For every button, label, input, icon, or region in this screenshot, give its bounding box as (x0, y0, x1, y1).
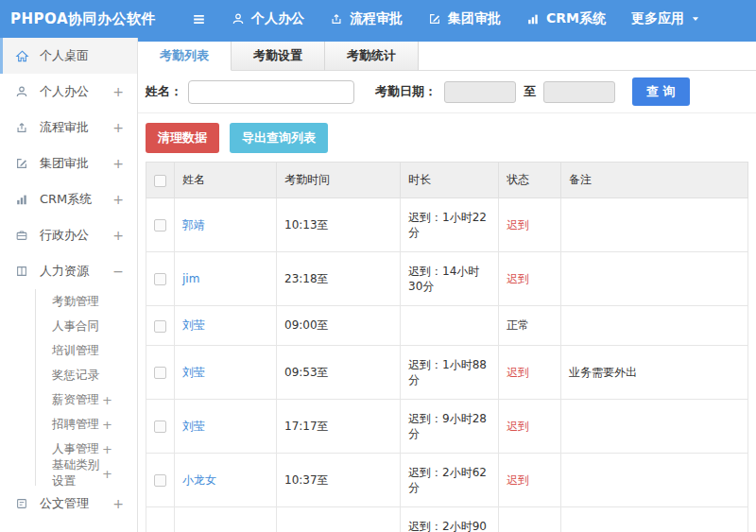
expand-toggle-icon[interactable]: − (112, 264, 124, 279)
sidebar-subitem-recruitment-management[interactable]: 招聘管理+ (36, 412, 137, 437)
expand-toggle-icon[interactable]: + (102, 418, 112, 432)
date-to-label: 至 (524, 83, 536, 100)
duration-cell: 迟到：9小时28分 (401, 400, 499, 454)
sidebar-item-admin-office[interactable]: 行政办公+ (0, 217, 137, 253)
nav-item-label: CRM系统 (546, 10, 606, 27)
row-checkbox[interactable] (154, 474, 166, 487)
edit-icon (428, 12, 441, 26)
expand-toggle-icon[interactable]: + (102, 393, 112, 407)
edit-icon (15, 157, 30, 170)
book-icon (15, 265, 30, 278)
row-checkbox[interactable] (154, 273, 166, 285)
time-cell: 10:54至10:54 (277, 507, 401, 532)
sidebar-subitem-hr-contract[interactable]: 人事合同 (36, 314, 137, 338)
note-cell (561, 454, 748, 507)
date-start-input[interactable] (444, 81, 516, 103)
sidebar-subitem-basic-category-settings[interactable]: 基础类别设置+ (36, 461, 137, 486)
main-content: 考勤列表考勤设置考勤统计 姓名： 考勤日期： 至 查 询 清理数据 导出查询列表 (138, 38, 756, 532)
tab-attendance-stats[interactable]: 考勤统计 (325, 42, 419, 71)
employee-name-link[interactable]: jim (182, 272, 199, 285)
name-label: 姓名： (146, 83, 182, 100)
name-cell: 小龙女 (175, 454, 277, 507)
expand-toggle-icon[interactable]: + (102, 442, 112, 456)
tab-label: 考勤设置 (253, 48, 302, 62)
sidebar-item-label: CRM系统 (40, 191, 92, 208)
expand-toggle-icon[interactable]: + (112, 84, 124, 99)
expand-toggle-icon[interactable]: + (112, 228, 124, 243)
row-checkbox[interactable] (154, 320, 166, 333)
duration-line: 迟到：14小时30分 (408, 264, 490, 294)
sidebar-subitem-training-management[interactable]: 培训管理 (36, 338, 137, 363)
sidebar-submenu: 考勤管理人事合同培训管理奖惩记录薪资管理+招聘管理+人事管理+基础类别设置+ (35, 289, 137, 486)
row-checkbox[interactable] (154, 367, 166, 379)
sidebar-item-personal-office[interactable]: 个人办公+ (0, 74, 137, 110)
duration-cell (401, 306, 499, 346)
sidebar-subitem-salary-management[interactable]: 薪资管理+ (36, 387, 137, 412)
table-row: 刘莹09:53至迟到：1小时88分迟到业务需要外出 (146, 346, 748, 400)
sidebar-item-crm-system[interactable]: CRM系统+ (0, 181, 137, 217)
sidebar-subitem-attendance-management[interactable]: 考勤管理 (36, 289, 137, 314)
query-button[interactable]: 查 询 (632, 77, 690, 106)
row-checkbox[interactable] (154, 219, 166, 232)
nav-item-more-apps[interactable]: 更多应用 (631, 10, 700, 27)
nav-item-group-approval[interactable]: 集团审批 (428, 10, 501, 27)
duration-line: 迟到：2小时90分 (408, 519, 490, 532)
checkbox-cell (146, 507, 175, 532)
date-end-input[interactable] (543, 81, 615, 103)
sidebar-item-human-resources[interactable]: 人力资源− (0, 253, 137, 289)
note-text: 业务需要外出 (569, 366, 637, 379)
attendance-time: 09:53至 (284, 366, 329, 379)
attendance-time: 23:18至 (284, 272, 329, 285)
sidebar-item-group-approval[interactable]: 集团审批+ (0, 146, 137, 181)
employee-name-link[interactable]: 郭靖 (182, 218, 205, 232)
note-cell: 1111 (561, 507, 748, 532)
note-cell (561, 306, 748, 346)
sidebar-item-vehicle-management[interactable]: 用车管理+ (0, 522, 137, 532)
row-checkbox[interactable] (154, 420, 166, 433)
select-all-checkbox[interactable] (154, 175, 166, 187)
clear-data-button[interactable]: 清理数据 (146, 123, 219, 153)
name-cell: 郭靖 (175, 198, 277, 252)
sidebar-item-workflow-approval[interactable]: 流程审批+ (0, 110, 137, 146)
nav-item-workflow-approval[interactable]: 流程审批 (330, 10, 403, 27)
status-cell: 迟到 (499, 400, 561, 454)
nav-item-crm-system[interactable]: CRM系统 (526, 10, 606, 27)
status-cell: 迟到 (499, 252, 561, 306)
table-row: 小龙女10:37至迟到：2小时62分迟到 (146, 454, 748, 507)
time-cell: 17:17至 (277, 400, 401, 454)
employee-name-link[interactable]: 刘莹 (182, 420, 205, 433)
name-cell: 刘莹 (175, 306, 277, 346)
expand-toggle-icon[interactable]: + (112, 120, 124, 135)
sidebar-item-document-management[interactable]: 公文管理+ (0, 486, 137, 522)
tab-attendance-list[interactable]: 考勤列表 (138, 42, 232, 71)
checkbox-cell (146, 454, 175, 507)
user-icon (232, 12, 245, 26)
sidebar-item-personal-desktop[interactable]: 个人桌面 (0, 38, 137, 74)
employee-name-link[interactable]: 刘莹 (182, 318, 205, 332)
column-header-time: 考勤时间 (277, 163, 401, 198)
expand-toggle-icon[interactable]: + (112, 192, 124, 207)
sidebar-subitem-reward-punishment-records[interactable]: 奖惩记录 (36, 363, 137, 387)
nav-item-personal-office[interactable]: 个人办公 (232, 10, 304, 27)
employee-name-link[interactable]: 刘莹 (182, 366, 205, 379)
note-cell: 业务需要外出 (561, 346, 748, 400)
sidebar-subitem-label: 考勤管理 (52, 294, 99, 310)
expand-toggle-icon[interactable]: + (112, 496, 124, 511)
employee-name-link[interactable]: 小龙女 (182, 473, 216, 487)
sidebar-item-label: 个人办公 (40, 83, 89, 100)
nav-item-label: 流程审批 (350, 10, 403, 27)
hamburger-menu-icon[interactable] (191, 11, 207, 27)
sidebar-item-label: 人力资源 (40, 263, 89, 280)
expand-toggle-icon[interactable]: + (112, 156, 124, 171)
expand-toggle-icon[interactable]: + (102, 467, 112, 481)
table-header: 姓名 考勤时间 时长 状态 备注 (146, 163, 748, 198)
tab-attendance-settings[interactable]: 考勤设置 (232, 42, 325, 71)
nav-item-label: 集团审批 (448, 10, 501, 27)
duration-cell: 迟到：14小时30分 (401, 252, 499, 306)
duration-line: 迟到：1小时88分 (408, 357, 490, 387)
export-list-button[interactable]: 导出查询列表 (230, 123, 328, 153)
name-cell: 刘莹 (175, 346, 277, 400)
status-text: 迟到 (507, 473, 529, 487)
name-input[interactable] (188, 80, 354, 104)
duration-cell: 迟到：1小时88分 (401, 346, 499, 400)
